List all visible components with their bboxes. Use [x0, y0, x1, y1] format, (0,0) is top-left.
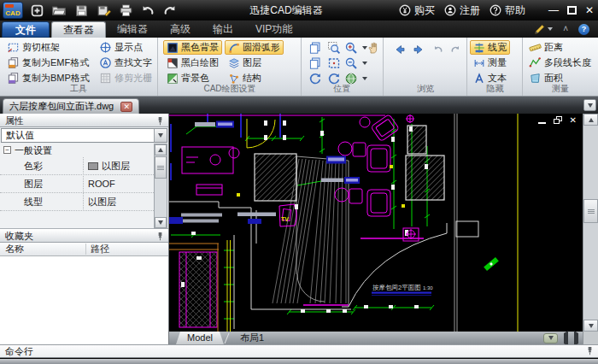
minimize-button[interactable]: — [548, 4, 559, 16]
scroll-thumb[interactable] [583, 199, 598, 223]
save-as-button[interactable] [96, 3, 111, 18]
grid-scrollbar[interactable] [154, 144, 167, 229]
group-label-hide: 隐藏 [468, 83, 522, 95]
document-tab-bar: 六层按摩包间立面详.dwg ✕ [0, 97, 598, 114]
tab-output[interactable]: 输出 [202, 21, 244, 38]
cad-canvas[interactable]: TV 按摩包间2平面图 1:30 ✕ [169, 114, 583, 332]
collapse-icon[interactable]: − [3, 146, 11, 154]
maximize-button[interactable] [567, 6, 577, 15]
distance-button[interactable]: 距离 [525, 40, 566, 55]
polyline-length-button[interactable]: 多段线长度 [525, 56, 595, 70]
pin-icon[interactable] [585, 346, 595, 355]
preset-dropdown-button[interactable] [154, 129, 167, 142]
group-position: 位置 [302, 38, 384, 96]
forward-arrow-icon [412, 43, 425, 56]
caret-icon [548, 27, 553, 31]
pin-icon[interactable] [155, 232, 165, 241]
close-document-icon[interactable]: ✕ [120, 102, 132, 112]
column-name[interactable]: 名称 [5, 243, 24, 255]
copy-view-button[interactable] [305, 40, 325, 55]
save-button[interactable] [73, 3, 89, 18]
copy-emf-button[interactable]: 复制为EMF格式 [3, 56, 92, 70]
scroll-tabs-left-button[interactable] [564, 333, 568, 343]
smooth-arc-button[interactable]: 圆滑弧形 [225, 40, 284, 55]
properties-title: 属性 [5, 115, 24, 126]
back-view-button[interactable] [390, 42, 410, 56]
layout-tab-strip: Model 布局1 [169, 332, 583, 344]
pan-hand-icon [366, 41, 380, 55]
properties-header: 属性 [0, 114, 168, 127]
forward-view-button[interactable] [408, 42, 429, 56]
tab-list-dropdown-button[interactable] [583, 99, 596, 111]
mdi-close-button[interactable]: ✕ [570, 116, 577, 124]
line-width-button[interactable]: 线宽 [470, 40, 510, 55]
bw-drawing-button[interactable]: 黑白绘图 [163, 56, 222, 70]
scroll-up-button[interactable] [583, 114, 598, 126]
command-line-bar[interactable]: 命令行 [0, 344, 598, 358]
property-row-linetype[interactable]: 线型 以图层 [0, 193, 154, 211]
new-file-button[interactable] [29, 3, 44, 18]
help-circle-button[interactable]: ? [578, 24, 589, 35]
tab-advanced[interactable]: 高级 [159, 21, 202, 38]
show-points-button[interactable]: 显示点 [96, 40, 146, 55]
cad-drawing[interactable]: TV 按摩包间2平面图 1:30 [169, 114, 583, 332]
scroll-down-button[interactable] [583, 320, 598, 332]
scroll-down-button[interactable] [155, 217, 167, 228]
preset-select[interactable]: 默认值 [1, 128, 167, 143]
black-background-button[interactable]: 黑色背景 [163, 40, 222, 55]
tab-editor[interactable]: 编辑器 [106, 21, 159, 38]
favorites-list[interactable] [0, 256, 168, 344]
scroll-up-button[interactable] [155, 144, 167, 156]
canvas-vertical-scrollbar[interactable] [583, 114, 598, 332]
property-row-layer[interactable]: 图层 ROOF [0, 175, 154, 193]
zoom-window-icon [327, 41, 341, 55]
close-button[interactable]: ✕ [585, 4, 594, 16]
column-path[interactable]: 路径 [91, 243, 109, 255]
buy-label: 购买 [414, 3, 435, 18]
buy-button[interactable]: 购买 [399, 3, 435, 18]
mdi-restore-button[interactable] [554, 116, 562, 124]
arrow-right-icon [574, 331, 578, 346]
register-button[interactable]: 注册 [444, 3, 480, 18]
pin-icon[interactable] [155, 116, 165, 126]
cut-frame-button[interactable]: 剪切框架 [3, 40, 63, 55]
find-text-button[interactable]: 查找文字 [96, 56, 155, 70]
tab-layout1[interactable]: 布局1 [230, 332, 274, 344]
bottom-status-strip [0, 359, 598, 364]
ribbon: 剪切框架 复制为EMF格式 复制为BMP格式 显示点 查找文字 修剪光栅 工具 … [0, 38, 598, 97]
paste-view-button[interactable] [305, 56, 325, 70]
mdi-minimize-button[interactable] [538, 117, 546, 124]
tab-separator [225, 333, 230, 343]
tab-model[interactable]: Model [176, 332, 224, 344]
property-row-color[interactable]: 色彩 以图层 [0, 157, 154, 175]
left-panel: 属性 默认值 − 一般设置 色彩 以图层 图层 ROOF 线型 以图层 收藏夹 [0, 114, 169, 344]
zoom-extents-icon [327, 56, 341, 70]
document-tab[interactable]: 六层按摩包间立面详.dwg ✕ [3, 98, 139, 114]
help-button[interactable]: 帮助 [490, 3, 525, 18]
pan-button[interactable] [363, 40, 384, 55]
mdi-window-controls: ✕ [538, 116, 577, 124]
undo-view-button[interactable] [429, 42, 448, 56]
scroll-tabs-right-button[interactable] [574, 333, 578, 343]
file-menu-button[interactable]: 文件 [2, 21, 50, 38]
property-group-row[interactable]: − 一般设置 [0, 144, 154, 157]
scroll-thumb[interactable] [155, 156, 167, 179]
tab-vip[interactable]: VIP功能 [244, 21, 303, 38]
style-pen-button[interactable] [534, 23, 553, 35]
zoom-out-button[interactable] [341, 56, 371, 70]
copy-view-icon [308, 41, 322, 55]
favorites-column-headers: 名称 路径 [0, 243, 168, 256]
collapse-ribbon-button[interactable]: ˄ [563, 22, 568, 36]
glass-panel-detail [179, 252, 217, 327]
layers-button[interactable]: 图层 [225, 56, 265, 70]
undo-button[interactable] [140, 3, 155, 18]
measure-icon [473, 57, 485, 69]
ribbon-tabs: 查看器 编辑器 高级 输出 VIP功能 [51, 21, 303, 38]
open-file-button[interactable] [51, 3, 67, 18]
print-button[interactable] [118, 3, 133, 18]
black-bg-icon [167, 42, 179, 54]
layout-list-dropdown-button[interactable] [543, 333, 558, 343]
measure-toggle-button[interactable]: 测量 [470, 56, 510, 70]
tab-viewer[interactable]: 查看器 [51, 21, 106, 38]
redo-view-button[interactable] [446, 42, 465, 56]
